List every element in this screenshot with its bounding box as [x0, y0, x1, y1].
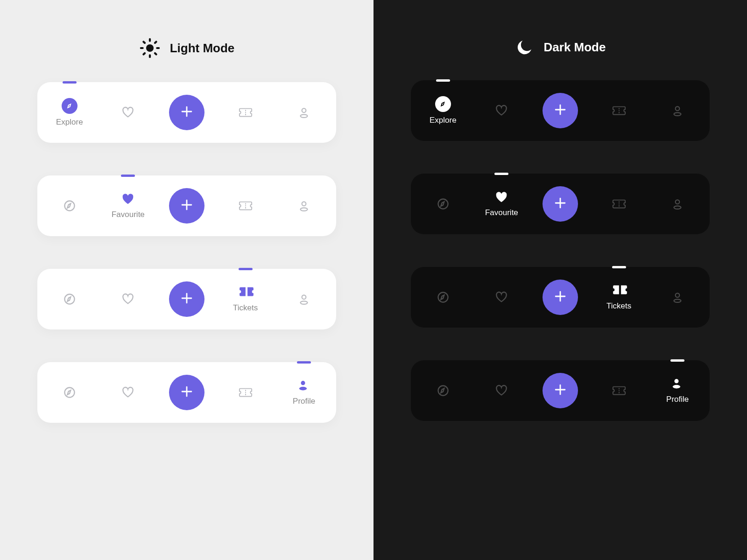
add-button[interactable] — [543, 280, 578, 315]
nav-item-explore[interactable]: Explore — [40, 82, 99, 143]
nav-bar: Explore Favourite Tickets Profile — [411, 360, 710, 421]
plus-icon — [179, 104, 195, 121]
nav-item-tickets[interactable]: Tickets — [216, 362, 275, 423]
add-button[interactable] — [543, 373, 578, 408]
nav-item-favourite[interactable]: Favourite — [99, 362, 158, 423]
nav-item-explore[interactable]: Explore — [40, 175, 99, 236]
nav-item-profile[interactable]: Profile — [275, 269, 333, 329]
plus-icon — [179, 290, 195, 308]
nav-item-profile[interactable]: Profile — [648, 174, 707, 234]
nav-item-profile[interactable]: Profile — [648, 267, 707, 328]
svg-marker-34 — [67, 297, 70, 301]
nav-item-tickets[interactable]: Tickets — [216, 82, 275, 143]
ticket-icon — [239, 385, 253, 399]
compass-icon — [436, 384, 450, 398]
svg-marker-59 — [441, 102, 444, 106]
nav-item-explore[interactable]: Explore — [414, 174, 472, 234]
user-icon — [670, 377, 684, 391]
nav-item-favourite[interactable]: Favourite — [99, 175, 158, 236]
light-mode-header: Light Mode — [37, 37, 336, 59]
nav-item-favourite[interactable]: Favourite — [99, 82, 158, 143]
user-icon — [297, 292, 311, 306]
nav-item-explore[interactable]: Explore — [40, 269, 99, 329]
sun-icon — [139, 37, 161, 59]
add-button[interactable] — [169, 281, 204, 317]
nav-item-profile[interactable]: Profile — [275, 175, 333, 236]
svg-point-65 — [676, 106, 680, 111]
compass-icon — [436, 290, 450, 304]
nav-item-explore[interactable]: Explore — [414, 80, 472, 141]
nav-label: Favourite — [485, 208, 518, 217]
svg-point-103 — [675, 379, 679, 383]
add-button[interactable] — [169, 375, 204, 410]
compass-icon — [63, 385, 77, 399]
heart-icon — [494, 190, 508, 204]
dark-mode-title: Dark Mode — [544, 40, 606, 55]
nav-item-add[interactable] — [531, 267, 590, 328]
plus-icon — [179, 384, 195, 401]
light-mode-title: Light Mode — [170, 41, 235, 56]
ticket-icon — [612, 384, 626, 398]
svg-point-66 — [674, 112, 681, 116]
nav-item-explore[interactable]: Explore — [40, 362, 99, 423]
nav-item-tickets[interactable]: Tickets — [590, 80, 648, 141]
svg-marker-94 — [441, 388, 444, 392]
svg-point-0 — [146, 44, 154, 52]
light-panel: Light Mode Explore — [0, 0, 374, 560]
user-icon — [297, 379, 311, 393]
nav-label: Favourite — [112, 210, 145, 219]
svg-line-6 — [155, 53, 156, 55]
nav-item-add[interactable] — [531, 174, 590, 234]
nav-bar: Explore Favourite Tickets Profile — [37, 269, 336, 329]
nav-item-profile[interactable]: Profile — [275, 82, 333, 143]
plus-icon — [552, 195, 568, 213]
nav-item-explore[interactable]: Explore — [414, 360, 472, 421]
nav-item-tickets[interactable]: Tickets — [590, 267, 648, 328]
nav-bar: Explore Favourite — [37, 82, 336, 143]
nav-item-tickets[interactable]: Tickets — [590, 174, 648, 234]
add-button[interactable] — [169, 95, 204, 130]
svg-marker-22 — [67, 203, 70, 208]
nav-item-add[interactable] — [157, 175, 216, 236]
nav-item-profile[interactable]: Profile — [648, 80, 707, 141]
nav-item-favourite[interactable]: Favourite — [99, 269, 158, 329]
add-button[interactable] — [169, 188, 204, 224]
nav-item-favourite[interactable]: Favourite — [472, 360, 531, 421]
active-indicator — [670, 359, 684, 362]
compass-icon — [63, 292, 77, 306]
nav-item-explore[interactable]: Explore — [414, 267, 472, 328]
nav-item-tickets[interactable]: Tickets — [590, 360, 648, 421]
plus-icon — [179, 197, 195, 215]
nav-item-add[interactable] — [531, 80, 590, 141]
nav-label: Explore — [430, 116, 457, 125]
nav-item-add[interactable] — [157, 362, 216, 423]
nav-item-favourite[interactable]: Favourite — [472, 267, 531, 328]
compass-icon — [435, 96, 451, 112]
svg-point-89 — [676, 293, 680, 297]
heart-icon — [494, 384, 508, 398]
ticket-icon — [612, 284, 626, 298]
add-button[interactable] — [543, 93, 578, 128]
nav-item-tickets[interactable]: Tickets — [216, 175, 275, 236]
nav-item-add[interactable] — [157, 269, 216, 329]
svg-point-104 — [673, 385, 680, 389]
add-button[interactable] — [543, 186, 578, 222]
compass-icon — [436, 197, 450, 211]
nav-item-tickets[interactable]: Tickets — [216, 269, 275, 329]
heart-icon — [121, 105, 135, 119]
nav-label: Profile — [666, 395, 689, 404]
nav-item-favourite[interactable]: Favourite — [472, 80, 531, 141]
moon-icon — [515, 37, 535, 57]
nav-item-add[interactable] — [531, 360, 590, 421]
svg-point-17 — [302, 108, 306, 112]
nav-item-add[interactable] — [157, 82, 216, 143]
nav-item-profile[interactable]: Profile — [275, 362, 333, 423]
nav-item-profile[interactable]: Profile — [648, 360, 707, 421]
nav-item-favourite[interactable]: Favourite — [472, 174, 531, 234]
heart-icon — [494, 104, 508, 118]
svg-marker-46 — [67, 390, 70, 394]
svg-marker-82 — [441, 295, 444, 299]
svg-line-5 — [143, 42, 145, 43]
ticket-icon — [612, 104, 626, 118]
user-icon — [297, 199, 311, 213]
